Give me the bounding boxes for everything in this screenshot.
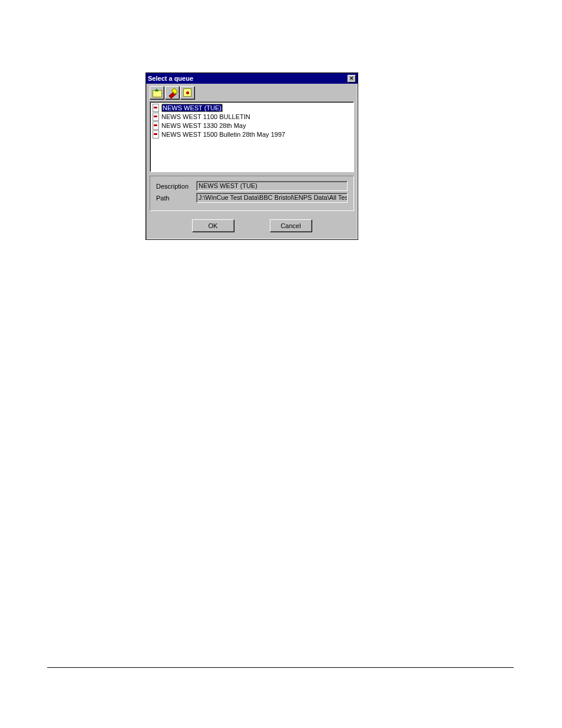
ok-button[interactable]: OK	[192, 219, 234, 232]
description-row: Description NEWS WEST (TUE)	[156, 181, 348, 191]
close-button[interactable]: ✕	[348, 75, 356, 83]
list-item[interactable]: NEWS WEST (TUE)	[151, 103, 352, 112]
path-field: J:\WinCue Test Data\BBC Bristol\ENPS Dat…	[196, 193, 348, 203]
up-folder-button[interactable]	[150, 86, 164, 99]
path-label: Path	[156, 195, 196, 202]
description-label: Description	[156, 183, 196, 190]
list-item-label: NEWS WEST 1500 Bulletin 28th May 1997	[161, 131, 285, 138]
select-queue-dialog: Select a queue ✕ NEWS WEST (TUE)NEWS WES…	[146, 73, 358, 240]
file-icon	[152, 104, 160, 111]
toolbar-button-3[interactable]	[180, 86, 194, 99]
toolbar-button-2[interactable]	[165, 86, 179, 99]
up-folder-icon	[152, 88, 161, 97]
path-row: Path J:\WinCue Test Data\BBC Bristol\ENP…	[156, 193, 348, 203]
page-divider	[47, 667, 514, 668]
dialog-buttons: OK Cancel	[146, 215, 358, 239]
file-icon	[152, 130, 160, 138]
edit-icon	[168, 88, 176, 97]
titlebar: Select a queue ✕	[146, 73, 358, 84]
toolbar	[146, 84, 358, 100]
file-icon	[152, 121, 160, 129]
list-item-label: NEWS WEST (TUE)	[161, 104, 223, 112]
marker-icon	[183, 88, 191, 97]
list-item[interactable]: NEWS WEST 1100 BULLETIN	[151, 112, 352, 121]
queue-list[interactable]: NEWS WEST (TUE)NEWS WEST 1100 BULLETINNE…	[150, 101, 354, 172]
list-item[interactable]: NEWS WEST 1330 28th May	[151, 121, 352, 130]
cancel-button[interactable]: Cancel	[270, 219, 312, 232]
list-item-label: NEWS WEST 1100 BULLETIN	[161, 113, 250, 120]
close-icon: ✕	[349, 76, 354, 81]
list-item[interactable]: NEWS WEST 1500 Bulletin 28th May 1997	[151, 130, 352, 139]
info-panel: Description NEWS WEST (TUE) Path J:\WinC…	[150, 176, 354, 211]
dialog-title: Select a queue	[148, 75, 193, 82]
description-field: NEWS WEST (TUE)	[196, 181, 348, 191]
list-item-label: NEWS WEST 1330 28th May	[161, 122, 246, 129]
file-icon	[152, 113, 160, 120]
